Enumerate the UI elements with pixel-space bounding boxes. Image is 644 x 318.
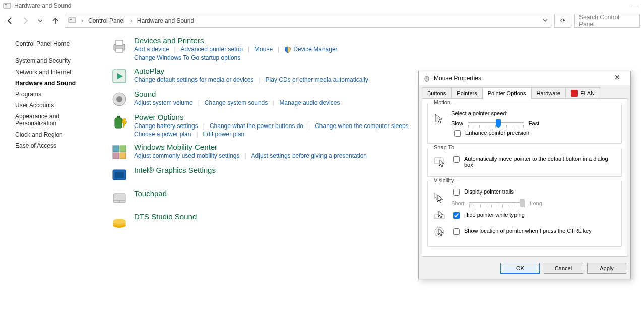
cancel-button[interactable]: Cancel — [544, 263, 583, 274]
power-icon — [110, 113, 129, 132]
category-link[interactable]: Adjust settings before giving a presenta… — [251, 152, 367, 159]
breadcrumb-current[interactable]: Hardware and Sound — [137, 17, 194, 24]
category-link[interactable]: Change when the computer sleeps — [315, 122, 408, 130]
sidebar-item[interactable]: Clock and Region — [15, 129, 101, 140]
category-link[interactable]: Device Manager — [284, 46, 337, 53]
category-title[interactable]: Touchpad — [134, 189, 167, 198]
pointer-trails-slider — [469, 202, 525, 204]
uac-shield-icon — [284, 46, 291, 53]
sidebar-item[interactable]: Ease of Access — [15, 140, 101, 151]
category-row: Devices and PrintersAdd a device|Advance… — [110, 36, 644, 62]
breadcrumb-root[interactable]: Control Panel — [88, 17, 125, 24]
dialog-tab[interactable]: ELAN — [565, 87, 600, 99]
sidebar-item[interactable]: Appearance and Personalization — [15, 111, 101, 129]
pointer-trails-checkbox[interactable]: Display pointer trails — [451, 188, 616, 197]
svg-rect-2 — [5, 6, 10, 6]
autoplay-icon — [110, 67, 129, 86]
dialog-tabstrip: ButtonsPointersPointer OptionsHardwareEL… — [419, 85, 630, 99]
sidebar-item[interactable]: Hardware and Sound — [15, 78, 101, 89]
category-link[interactable]: Choose a power plan — [134, 131, 191, 138]
category-title[interactable]: DTS Studio Sound — [134, 212, 197, 221]
separator: | — [243, 46, 254, 53]
category-link[interactable]: Manage audio devices — [279, 99, 340, 106]
ctrl-locate-label: Show location of pointer when I press th… — [464, 228, 592, 234]
snapto-checkbox[interactable]: Automatically move pointer to the defaul… — [451, 156, 616, 168]
hide-typing-input[interactable] — [453, 212, 460, 219]
category-link[interactable]: Change default settings for media or dev… — [134, 76, 253, 83]
ctrl-locate-icon — [433, 225, 446, 238]
sidebar-home[interactable]: Control Panel Home — [15, 38, 101, 49]
hide-typing-checkbox[interactable]: Hide pointer while typing — [451, 212, 525, 220]
slider-fast-label: Fast — [529, 120, 539, 126]
dialog-close-button[interactable]: ✕ — [608, 73, 626, 83]
category-link[interactable]: Add a device — [134, 46, 169, 53]
category-link[interactable]: Change battery settings — [134, 122, 198, 130]
snapto-input[interactable] — [453, 156, 460, 163]
dialog-titlebar[interactable]: Mouse Properties ✕ — [419, 71, 630, 85]
back-button[interactable] — [4, 15, 16, 27]
category-link[interactable]: Mouse — [254, 46, 273, 53]
separator: | — [169, 46, 180, 53]
ctrl-locate-checkbox[interactable]: Show location of pointer when I press th… — [451, 228, 592, 236]
slider-slow-label: Slow — [451, 120, 463, 126]
dialog-tab-label: Hardware — [537, 90, 561, 96]
trails-short-label: Short — [451, 200, 464, 206]
category-link[interactable]: Change what the power buttons do — [210, 122, 303, 130]
enhance-precision-checkbox[interactable]: Enhance pointer precision — [452, 130, 616, 138]
category-title[interactable]: Windows Mobility Center — [134, 143, 367, 151]
category-link[interactable]: Change system sounds — [205, 99, 268, 106]
svg-rect-12 — [115, 118, 122, 128]
address-bar[interactable]: › Control Panel › Hardware and Sound — [65, 14, 551, 28]
pointer-trails-input[interactable] — [453, 189, 460, 196]
separator: | — [253, 76, 265, 83]
category-title[interactable]: Sound — [134, 90, 340, 98]
pointer-speed-slider[interactable] — [468, 122, 524, 124]
sidebar-item[interactable]: System and Security — [15, 55, 101, 67]
ctrl-locate-input[interactable] — [453, 228, 460, 235]
nav-toolbar: › Control Panel › Hardware and Sound ⟳ S… — [0, 11, 644, 30]
svg-rect-15 — [120, 146, 126, 152]
up-button[interactable] — [49, 15, 61, 27]
sidebar-item[interactable]: Network and Internet — [15, 67, 101, 78]
forward-button[interactable] — [19, 15, 31, 27]
control-panel-icon — [3, 2, 11, 10]
dialog-tab[interactable]: Pointer Options — [482, 87, 532, 99]
category-title[interactable]: Devices and Printers — [134, 36, 338, 45]
category-link[interactable]: Adjust system volume — [134, 99, 193, 106]
separator: | — [239, 152, 251, 159]
dialog-tab[interactable]: Buttons — [422, 87, 452, 99]
search-input[interactable]: Search Control Panel — [574, 14, 640, 28]
sidebar-item[interactable]: Programs — [15, 89, 101, 100]
enhance-precision-input[interactable] — [454, 130, 461, 137]
dialog-tab-label: Pointers — [457, 90, 477, 96]
svg-rect-14 — [113, 146, 119, 152]
svg-rect-13 — [117, 116, 120, 118]
chevron-right-icon: › — [128, 17, 134, 24]
category-title[interactable]: AutoPlay — [134, 67, 368, 75]
svg-rect-17 — [120, 153, 126, 159]
category-link[interactable]: Change Windows To Go startup options — [134, 54, 240, 61]
refresh-icon: ⟳ — [560, 17, 565, 24]
address-dropdown[interactable] — [543, 17, 548, 24]
category-link[interactable]: Play CDs or other media automatically — [266, 76, 368, 83]
sidebar-item[interactable]: User Accounts — [15, 100, 101, 111]
ok-button[interactable]: OK — [500, 263, 540, 274]
printer-icon — [110, 36, 129, 55]
category-link[interactable]: Edit power plan — [203, 131, 245, 138]
separator: | — [198, 122, 210, 130]
category-link[interactable]: Adjust commonly used mobility settings — [134, 152, 239, 159]
dialog-tab[interactable]: Pointers — [451, 87, 482, 99]
dialog-tab-label: Buttons — [427, 90, 446, 96]
hide-typing-label: Hide pointer while typing — [464, 212, 525, 218]
refresh-button[interactable]: ⟳ — [554, 14, 571, 28]
category-title[interactable]: Intel® Graphics Settings — [134, 166, 216, 174]
svg-rect-6 — [116, 40, 123, 45]
mouse-properties-dialog: Mouse Properties ✕ ButtonsPointersPointe… — [418, 71, 631, 279]
recent-dropdown[interactable] — [34, 15, 46, 27]
minimize-button[interactable]: — — [630, 2, 641, 9]
category-title[interactable]: Power Options — [134, 113, 409, 121]
dialog-tab[interactable]: Hardware — [531, 87, 566, 99]
sidebar: Control Panel Home System and SecurityNe… — [0, 30, 101, 235]
category-link[interactable]: Advanced printer setup — [181, 46, 243, 53]
apply-button[interactable]: Apply — [587, 263, 626, 274]
